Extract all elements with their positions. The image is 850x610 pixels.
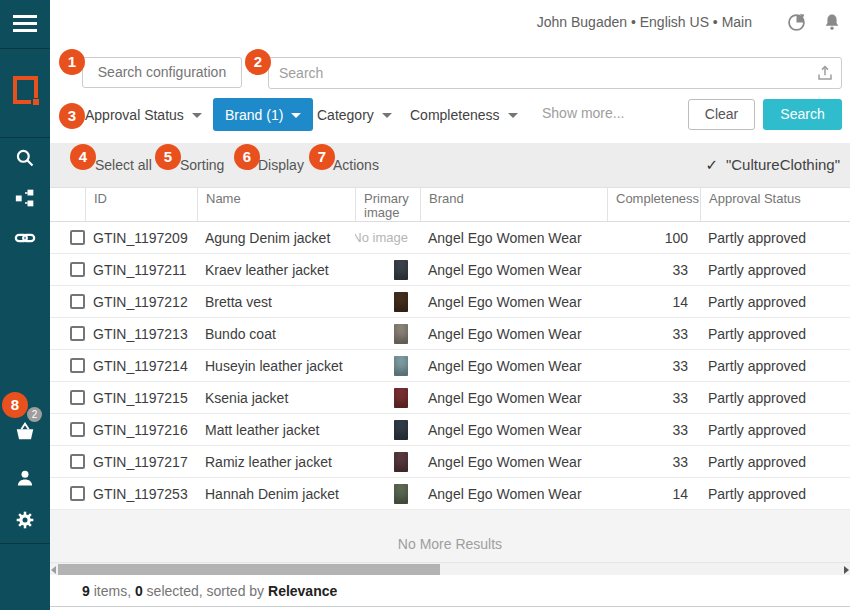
table-row[interactable]: GTIN_1197211 Kraev leather jacket Angel … bbox=[50, 254, 850, 286]
user-icon[interactable] bbox=[0, 460, 50, 496]
cell-name: Ramiz leather jacket bbox=[197, 454, 355, 470]
basket-icon[interactable]: 2 bbox=[0, 414, 50, 450]
cell-checkbox bbox=[50, 230, 85, 245]
annotation-badge-7: 7 bbox=[309, 144, 335, 170]
scrollbar-thumb[interactable] bbox=[58, 564, 440, 575]
cell-completeness: 33 bbox=[607, 390, 700, 406]
row-checkbox[interactable] bbox=[70, 390, 85, 405]
row-checkbox[interactable] bbox=[70, 230, 85, 245]
product-thumbnail bbox=[394, 292, 408, 312]
cell-primary-image bbox=[355, 292, 420, 312]
sorting-button[interactable]: Sorting bbox=[180, 157, 224, 173]
scroll-right-arrow-icon[interactable] bbox=[844, 566, 849, 574]
check-icon: ✓ bbox=[705, 156, 718, 173]
select-all-button[interactable]: Select all bbox=[95, 157, 152, 173]
scroll-left-arrow-icon[interactable] bbox=[51, 566, 56, 574]
cell-checkbox bbox=[50, 358, 85, 373]
annotation-badge-3: 3 bbox=[59, 103, 85, 129]
cell-id: GTIN_1197213 bbox=[85, 326, 197, 342]
row-checkbox[interactable] bbox=[70, 422, 85, 437]
no-more-results-area: No More Results bbox=[50, 510, 850, 562]
sidebar-divider bbox=[0, 137, 50, 138]
cell-id: GTIN_1197217 bbox=[85, 454, 197, 470]
export-search-icon[interactable] bbox=[816, 64, 834, 82]
search-configuration-button[interactable]: Search configuration bbox=[82, 57, 242, 88]
horizontal-scrollbar[interactable] bbox=[50, 562, 850, 575]
table-row[interactable]: GTIN_1197212 Bretta vest Angel Ego Women… bbox=[50, 286, 850, 318]
product-thumbnail bbox=[394, 356, 408, 376]
user-locale-menu[interactable]: John Bugaden • English US • Main bbox=[537, 14, 752, 30]
cell-id: GTIN_1197216 bbox=[85, 422, 197, 438]
cell-name: Hannah Denim jacket bbox=[197, 486, 355, 502]
cell-checkbox bbox=[50, 262, 85, 277]
table-row[interactable]: GTIN_1197215 Ksenia jacket Angel Ego Wom… bbox=[50, 382, 850, 414]
cell-primary-image bbox=[355, 324, 420, 344]
cell-completeness: 33 bbox=[607, 454, 700, 470]
catalog-selector[interactable]: ✓"CultureClothing" bbox=[705, 156, 840, 174]
annotation-badge-6: 6 bbox=[234, 144, 260, 170]
cell-approval-status: Partly approved bbox=[700, 390, 850, 406]
pim-products-window: 2 John Bugaden • English US • Main Searc… bbox=[0, 0, 850, 610]
product-thumbnail bbox=[394, 324, 408, 344]
table-header: ID Name Primary image Brand Completeness… bbox=[50, 188, 850, 222]
cell-primary-image bbox=[355, 484, 420, 504]
hierarchy-icon[interactable] bbox=[0, 180, 50, 216]
cell-brand: Angel Ego Women Wear bbox=[420, 262, 607, 278]
actions-button[interactable]: Actions bbox=[333, 157, 379, 173]
history-icon[interactable] bbox=[786, 12, 808, 34]
basket-count-badge: 2 bbox=[27, 407, 42, 422]
table-row[interactable]: GTIN_1197253 Hannah Denim jacket Angel E… bbox=[50, 478, 850, 510]
header-brand[interactable]: Brand bbox=[420, 188, 607, 221]
settings-gear-icon[interactable] bbox=[0, 502, 50, 538]
cell-brand: Angel Ego Women Wear bbox=[420, 390, 607, 406]
search-box bbox=[268, 57, 842, 89]
row-checkbox[interactable] bbox=[70, 326, 85, 341]
clear-button[interactable]: Clear bbox=[688, 99, 755, 130]
header-primary-image[interactable]: Primary image bbox=[355, 188, 420, 221]
row-checkbox[interactable] bbox=[70, 294, 85, 309]
filter-category[interactable]: Category bbox=[317, 98, 392, 131]
table-row[interactable]: GTIN_1197216 Matt leather jacket Angel E… bbox=[50, 414, 850, 446]
filter-brand[interactable]: Brand (1) bbox=[213, 98, 313, 131]
display-button[interactable]: Display bbox=[258, 157, 304, 173]
search-nav-icon[interactable] bbox=[0, 140, 50, 176]
cell-id: GTIN_1197253 bbox=[85, 486, 197, 502]
filter-approval-status[interactable]: Approval Status bbox=[85, 98, 202, 131]
hamburger-menu-icon[interactable] bbox=[0, 6, 50, 42]
search-button[interactable]: Search bbox=[763, 99, 842, 130]
cell-id: GTIN_1197215 bbox=[85, 390, 197, 406]
header-approval-status[interactable]: Approval Status bbox=[700, 188, 850, 221]
search-input[interactable] bbox=[279, 58, 799, 88]
product-thumbnail bbox=[394, 484, 408, 504]
cell-completeness: 33 bbox=[607, 262, 700, 278]
table-row[interactable]: GTIN_1197214 Huseyin leather jacket Ange… bbox=[50, 350, 850, 382]
filter-row: Approval Status Brand (1) Category Compl… bbox=[50, 98, 850, 132]
row-checkbox[interactable] bbox=[70, 454, 85, 469]
cell-name: Matt leather jacket bbox=[197, 422, 355, 438]
cell-completeness: 33 bbox=[607, 326, 700, 342]
show-more-link[interactable]: Show more... bbox=[542, 105, 624, 121]
cell-checkbox bbox=[50, 454, 85, 469]
no-more-results-label: No More Results bbox=[50, 536, 850, 552]
table-row[interactable]: GTIN_1197213 Bundo coat Angel Ego Women … bbox=[50, 318, 850, 350]
header-completeness[interactable]: Completeness bbox=[607, 188, 700, 221]
annotation-badge-1: 1 bbox=[59, 49, 85, 75]
table-row[interactable]: GTIN_1197209 Agung Denim jacket No image… bbox=[50, 222, 850, 254]
cell-approval-status: Partly approved bbox=[700, 422, 850, 438]
row-checkbox[interactable] bbox=[70, 486, 85, 501]
product-thumbnail bbox=[394, 420, 408, 440]
main-content: John Bugaden • English US • Main Search … bbox=[50, 0, 850, 610]
sidebar-divider bbox=[0, 543, 50, 544]
cell-approval-status: Partly approved bbox=[700, 454, 850, 470]
header-id[interactable]: ID bbox=[85, 188, 197, 221]
cell-brand: Angel Ego Women Wear bbox=[420, 358, 607, 374]
cell-brand: Angel Ego Women Wear bbox=[420, 422, 607, 438]
row-checkbox[interactable] bbox=[70, 358, 85, 373]
table-row[interactable]: GTIN_1197217 Ramiz leather jacket Angel … bbox=[50, 446, 850, 478]
notifications-bell-icon[interactable] bbox=[822, 12, 844, 34]
link-icon[interactable] bbox=[0, 220, 50, 256]
header-name[interactable]: Name bbox=[197, 188, 355, 221]
filter-completeness[interactable]: Completeness bbox=[410, 98, 518, 131]
chevron-down-icon bbox=[508, 113, 518, 118]
row-checkbox[interactable] bbox=[70, 262, 85, 277]
